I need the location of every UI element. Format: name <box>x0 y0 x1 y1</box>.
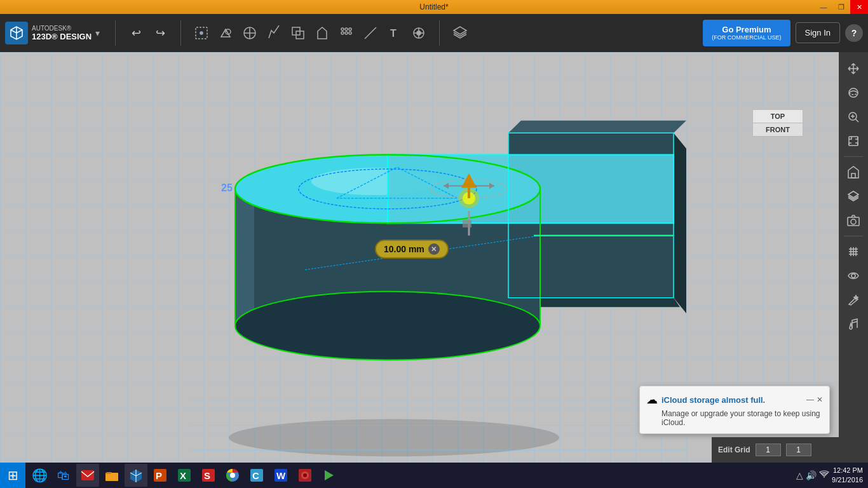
primitives-button[interactable] <box>214 22 237 44</box>
taskbar-app-word[interactable]: W <box>269 464 292 487</box>
edit-grid-label: Edit Grid <box>718 445 750 454</box>
network-icon[interactable] <box>819 470 829 482</box>
product-name: 123D® DESIGN <box>32 32 92 41</box>
svg-point-6 <box>341 28 344 30</box>
svg-text:W: W <box>276 470 286 481</box>
layers-panel-button[interactable] <box>842 185 865 208</box>
svg-point-8 <box>349 28 351 30</box>
measurement-label[interactable]: 10.00 mm ✕ <box>375 240 449 259</box>
svg-point-59 <box>851 219 856 224</box>
taskbar-app-solidworks[interactable]: S <box>197 464 220 487</box>
notification-title: iCloud storage almost full. <box>661 395 803 405</box>
svg-point-14 <box>417 31 421 35</box>
taskbar-right: △ 🔊 12:42 PM 9/21/2016 <box>796 466 868 485</box>
svg-line-53 <box>856 119 859 123</box>
taskbar-app-misc[interactable] <box>318 464 341 487</box>
zoom-button[interactable] <box>842 105 865 128</box>
measure-button[interactable] <box>359 22 382 44</box>
svg-point-11 <box>349 32 351 34</box>
select-tool-button[interactable] <box>190 22 213 44</box>
taskbar-app-camtasia[interactable] <box>294 464 316 487</box>
taskbar-apps: 🌐 🛍 P X S C W <box>25 464 796 487</box>
svg-text:C: C <box>252 470 259 481</box>
view-cube-front[interactable]: FRONT <box>752 123 803 137</box>
svg-point-77 <box>230 473 235 478</box>
menu-bar: AUTODESK® 123D® DESIGN ▾ ↩ ↪ <box>0 14 868 52</box>
svg-point-9 <box>341 32 344 34</box>
sketch-button[interactable] <box>407 22 430 44</box>
svg-marker-85 <box>325 470 334 480</box>
svg-rect-41 <box>463 220 471 227</box>
pattern-button[interactable] <box>335 22 358 44</box>
title-bar: Untitled* — ❐ ✕ <box>0 0 868 14</box>
svg-rect-57 <box>851 173 855 178</box>
minimize-button[interactable]: — <box>815 0 832 14</box>
tool-group-main: T <box>190 22 430 44</box>
home-button[interactable] <box>842 161 865 184</box>
logo-dropdown-icon[interactable]: ▾ <box>95 28 100 38</box>
grid-settings-button[interactable] <box>842 240 865 263</box>
measurement-close-button[interactable]: ✕ <box>428 243 440 255</box>
modify-button[interactable] <box>262 22 285 44</box>
svg-point-7 <box>345 28 348 30</box>
taskbar-app-mail[interactable] <box>76 464 99 487</box>
eye-button[interactable] <box>842 264 865 287</box>
construct-button[interactable] <box>238 22 261 44</box>
start-button[interactable]: ⊞ <box>0 463 25 488</box>
taskbar-app-cura[interactable]: C <box>245 464 268 487</box>
icloud-notification: ☁ iCloud storage almost full. — ✕ Manage… <box>639 386 830 434</box>
svg-marker-18 <box>674 133 686 313</box>
taskbar-app-ie[interactable]: 🌐 <box>28 464 51 487</box>
edit-grid-panel: Edit Grid <box>712 437 839 463</box>
transform-button[interactable] <box>311 22 334 44</box>
svg-text:X: X <box>180 470 186 481</box>
taskbar-app-store[interactable]: 🛍 <box>52 464 75 487</box>
logo-area: AUTODESK® 123D® DESIGN ▾ <box>5 22 100 44</box>
svg-point-10 <box>345 32 348 34</box>
taskbar-app-excel[interactable]: X <box>173 464 196 487</box>
right-buttons: Go Premium (FOR COMMERCIAL USE) Sign In … <box>703 20 863 46</box>
right-panel-separator-2 <box>844 236 863 236</box>
svg-text:P: P <box>156 470 162 481</box>
signin-button[interactable]: Sign In <box>796 22 840 43</box>
undo-button[interactable]: ↩ <box>125 22 147 44</box>
move-button[interactable] <box>842 57 865 80</box>
orbit-button[interactable] <box>842 81 865 104</box>
undo-redo-group: ↩ ↪ <box>125 22 172 44</box>
svg-marker-29 <box>388 155 674 224</box>
svg-point-84 <box>303 473 307 477</box>
svg-point-15 <box>229 419 559 456</box>
taskbar-clock[interactable]: 12:42 PM 9/21/2016 <box>832 466 863 485</box>
magic-button[interactable] <box>842 288 865 311</box>
notification-minimize-button[interactable]: — <box>806 395 814 404</box>
edit-grid-input-1[interactable] <box>756 444 781 456</box>
measurement-value: 10.00 mm <box>384 244 424 254</box>
logo-text: AUTODESK® 123D® DESIGN <box>32 25 92 41</box>
volume-icon[interactable]: 🔊 <box>806 470 817 480</box>
premium-button[interactable]: Go Premium (FOR COMMERCIAL USE) <box>703 20 790 46</box>
icloud-icon: ☁ <box>646 393 658 407</box>
maximize-button[interactable]: ❐ <box>832 0 850 14</box>
taskbar-app-chrome[interactable] <box>221 464 244 487</box>
separator-2 <box>180 20 181 46</box>
fit-button[interactable] <box>842 130 865 152</box>
text-button[interactable]: T <box>383 22 406 44</box>
view-cube: TOP FRONT <box>752 109 803 137</box>
redo-button[interactable]: ↪ <box>149 22 172 44</box>
view-cube-top[interactable]: TOP <box>752 109 803 123</box>
close-button[interactable]: ✕ <box>850 0 868 14</box>
svg-text:S: S <box>204 470 210 481</box>
paint-button[interactable] <box>842 313 865 336</box>
edit-grid-input-2[interactable] <box>786 444 811 456</box>
help-button[interactable]: ? <box>845 24 863 42</box>
taskbar-app-powerpoint[interactable]: P <box>149 464 172 487</box>
right-panel-separator <box>844 156 863 157</box>
combine-button[interactable] <box>287 22 309 44</box>
system-tray-expand[interactable]: △ <box>796 470 803 480</box>
camera-button[interactable] <box>842 209 865 232</box>
notification-header: ☁ iCloud storage almost full. — ✕ <box>646 393 823 407</box>
taskbar-app-explorer[interactable] <box>100 464 123 487</box>
layers-button[interactable] <box>449 22 471 44</box>
notification-close-button[interactable]: ✕ <box>817 395 823 404</box>
taskbar-app-autodesk[interactable] <box>125 464 147 487</box>
